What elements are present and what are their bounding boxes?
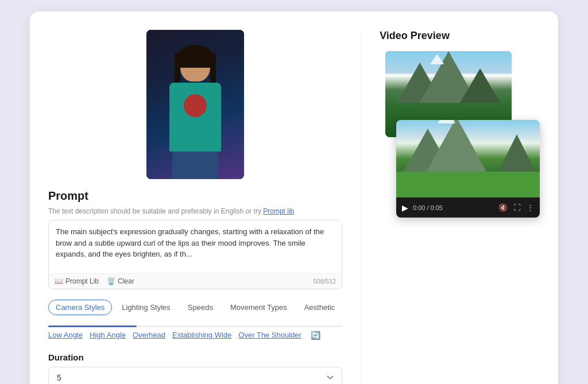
duration-select[interactable]: 5 10 15 20 xyxy=(48,367,342,384)
prompt-textarea-wrapper: The main subject's expression gradually … xyxy=(48,220,342,289)
mute-icon[interactable]: 🔇 xyxy=(498,203,508,212)
prompt-lib-link[interactable]: Prompt lib xyxy=(263,207,294,215)
prompt-subtitle: The text description should be suitable … xyxy=(48,207,342,215)
tab-camera-styles[interactable]: Camera Styles xyxy=(48,300,112,315)
style-options-section: Low Angle High Angle Overhead Establishi… xyxy=(48,325,342,342)
tab-aesthetic[interactable]: Aesthetic xyxy=(297,300,342,315)
duration-section: Duration 5 10 15 20 xyxy=(48,352,342,384)
book-icon: 📖 xyxy=(55,277,63,285)
person-body xyxy=(169,83,221,152)
person-hair xyxy=(178,45,212,68)
trash-icon: 🗑️ xyxy=(107,277,115,285)
more-options-icon[interactable]: ⋮ xyxy=(527,203,534,212)
style-options: Low Angle High Angle Overhead Establishi… xyxy=(48,328,342,342)
prompt-textarea[interactable]: The main subject's expression gradually … xyxy=(49,220,342,271)
grass-fg xyxy=(396,172,540,197)
prompt-section: Prompt The text description should be su… xyxy=(48,189,342,289)
tab-lighting-styles[interactable]: Lighting Styles xyxy=(114,300,178,315)
person-body-design xyxy=(184,94,207,117)
duration-label: Duration xyxy=(48,352,342,362)
style-progress-bar xyxy=(48,325,342,327)
video-preview-title: Video Preview xyxy=(380,30,540,42)
style-tabs: Camera Styles Lighting Styles Speeds Mov… xyxy=(48,300,342,315)
person-head xyxy=(180,47,210,82)
style-progress-fill xyxy=(48,325,137,327)
video-preview-stack: ▶ 0:00 / 0:05 🔇 ⛶ ⋮ xyxy=(380,51,540,223)
subject-image xyxy=(146,30,244,179)
time-display: 0:00 / 0:05 xyxy=(413,204,494,211)
refresh-icon[interactable]: 🔄 xyxy=(311,331,320,340)
video-player-scene xyxy=(396,120,540,197)
video-player[interactable]: ▶ 0:00 / 0:05 🔇 ⛶ ⋮ xyxy=(396,120,540,218)
style-option-low-angle[interactable]: Low Angle xyxy=(48,331,83,340)
right-panel: Video Preview xyxy=(361,30,540,384)
person-legs xyxy=(172,152,218,179)
main-card: Prompt The text description should be su… xyxy=(30,11,558,384)
mountain-fg-3 xyxy=(497,134,537,174)
fullscreen-icon[interactable]: ⛶ xyxy=(513,203,521,212)
prompt-title: Prompt xyxy=(48,189,342,203)
tab-speeds[interactable]: Speeds xyxy=(180,300,220,315)
left-panel: Prompt The text description should be su… xyxy=(48,30,361,384)
prompt-lib-button[interactable]: 📖 Prompt Lib xyxy=(55,277,99,285)
video-controls: ▶ 0:00 / 0:05 🔇 ⛶ ⋮ xyxy=(396,197,540,218)
style-option-overhead[interactable]: Overhead xyxy=(133,331,165,340)
play-button[interactable]: ▶ xyxy=(402,203,408,212)
style-option-high-angle[interactable]: High Angle xyxy=(90,331,126,340)
char-count: 508/512 xyxy=(313,278,336,285)
style-option-establishing-wide[interactable]: Establishing Wide xyxy=(172,331,231,340)
clear-button[interactable]: 🗑️ Clear xyxy=(107,277,134,285)
prompt-toolbar: 📖 Prompt Lib 🗑️ Clear 508/512 xyxy=(49,273,342,289)
person-figure xyxy=(161,47,230,179)
style-option-over-the-shoulder[interactable]: Over The Shoulder xyxy=(238,331,301,340)
tab-movement-types[interactable]: Movement Types xyxy=(223,300,295,315)
